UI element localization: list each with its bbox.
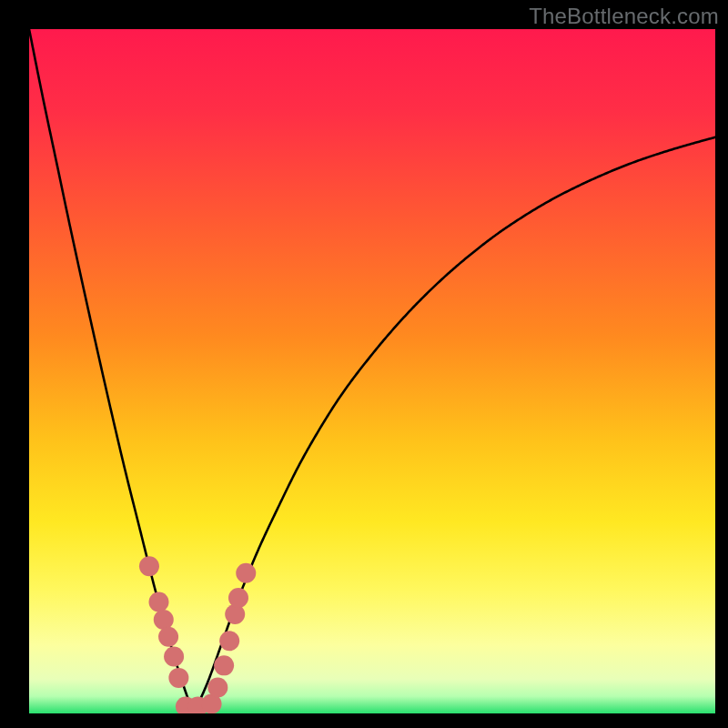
gradient-background bbox=[29, 29, 715, 713]
sample-dot bbox=[214, 655, 234, 675]
chart-svg bbox=[29, 29, 715, 713]
sample-dot bbox=[236, 563, 256, 583]
sample-dot bbox=[228, 588, 248, 608]
chart-frame: TheBottleneck.com bbox=[0, 0, 728, 728]
sample-dot bbox=[154, 610, 174, 630]
sample-dot bbox=[139, 556, 159, 576]
sample-dot bbox=[225, 604, 245, 624]
sample-dot bbox=[168, 668, 188, 688]
sample-dot bbox=[219, 631, 239, 651]
watermark-text: TheBottleneck.com bbox=[529, 4, 719, 29]
sample-dot bbox=[164, 647, 184, 667]
sample-dot bbox=[207, 677, 228, 697]
sample-dot bbox=[149, 592, 169, 612]
plot-area bbox=[29, 29, 715, 713]
sample-dot bbox=[158, 627, 178, 647]
